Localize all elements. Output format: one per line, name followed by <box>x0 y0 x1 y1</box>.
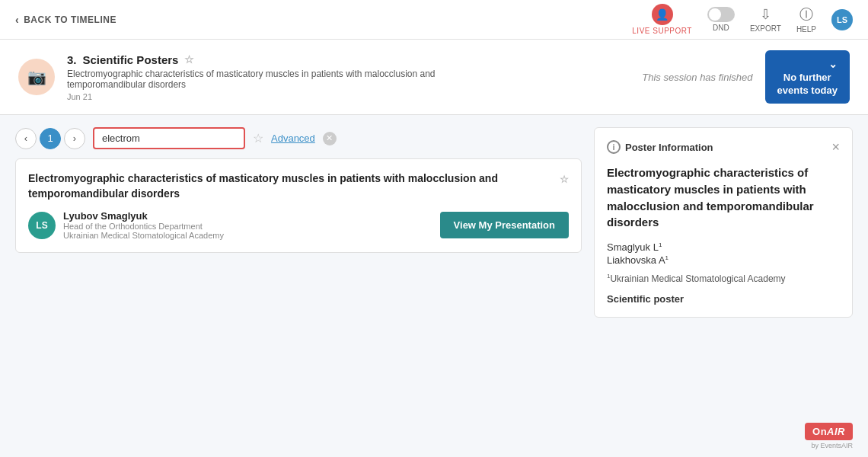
export-icon: ⇩ <box>760 6 771 23</box>
info-card-authors: Smaglyuk L1 Liakhovska A1 <box>607 241 840 267</box>
author1-sup: 1 <box>659 241 662 248</box>
session-category: Scientific Posters <box>83 53 179 66</box>
clear-search-button[interactable]: ✕ <box>323 132 337 145</box>
poster-star-icon[interactable]: ☆ <box>560 173 569 187</box>
back-chevron-icon: ‹ <box>15 14 19 26</box>
session-star-icon[interactable]: ☆ <box>184 53 194 66</box>
session-name: 3. Scientific Posters ☆ <box>67 53 509 66</box>
author2-sup: 1 <box>665 254 669 261</box>
live-support-icon: 👤 <box>652 4 673 25</box>
back-to-timeline-link[interactable]: ‹ BACK TO TIMELINE <box>15 14 116 26</box>
info-card-type: Scientific poster <box>607 293 840 305</box>
session-icon: 📷 <box>18 59 55 95</box>
onair-line2: by EventsAIR <box>805 442 853 449</box>
prev-page-button[interactable]: ‹ <box>15 128 37 149</box>
help-icon: ⓘ <box>799 5 813 24</box>
top-navigation: ‹ BACK TO TIMELINE 👤 LIVE SUPPORT DND ⇩ … <box>0 0 868 40</box>
author-details: Lyubov Smaglyuk Head of the Orthodontics… <box>63 210 224 240</box>
session-finished-text: This session has finished <box>642 72 752 83</box>
search-input[interactable] <box>93 127 245 149</box>
author-affiliation: Ukrainian Medical Stomatological Academy <box>63 231 224 240</box>
branding: OnAIR by EventsAIR <box>805 423 853 449</box>
no-further-line1: No further <box>783 72 831 83</box>
help-action[interactable]: ⓘ HELP <box>796 5 816 34</box>
left-panel: ‹ 1 › ☆ Advanced ✕ Electromyographic cha… <box>15 127 594 457</box>
search-star-icon[interactable]: ☆ <box>253 131 263 145</box>
author-role: Head of the Orthodontics Department <box>63 222 224 231</box>
live-support-label: LIVE SUPPORT <box>632 27 692 35</box>
poster-title-text: Electromyographic characteristics of mas… <box>28 171 555 201</box>
info-icon: i <box>607 140 621 154</box>
session-date: Jun 21 <box>67 92 509 101</box>
export-label: EXPORT <box>750 24 781 33</box>
info-card-author2: Liakhovska A1 <box>607 254 840 266</box>
poster-info-card: i Poster Information × Electromyographic… <box>594 127 853 318</box>
onair-badge: OnAIR <box>805 423 853 440</box>
info-card-author1: Smaglyuk L1 <box>607 241 840 253</box>
dnd-action[interactable]: DND <box>707 7 735 32</box>
poster-card: Electromyographic characteristics of mas… <box>15 158 582 253</box>
author-name: Lyubov Smaglyuk <box>63 210 224 222</box>
poster-card-author-row: LS Lyubov Smaglyuk Head of the Orthodont… <box>28 210 569 240</box>
no-further-events-button[interactable]: ⌄ No further events today <box>765 50 850 104</box>
session-description: Electromyographic characteristics of mas… <box>67 69 509 90</box>
no-further-chevron-icon: ⌄ <box>828 58 838 70</box>
info-card-title-text: Poster Information <box>625 142 713 153</box>
info-card-header: i Poster Information × <box>607 140 840 154</box>
session-number: 3. <box>67 53 77 66</box>
help-label: HELP <box>796 25 816 34</box>
no-further-line2: events today <box>777 85 838 96</box>
dnd-toggle[interactable] <box>707 7 735 22</box>
back-link-label: BACK TO TIMELINE <box>24 14 116 25</box>
author-info: LS Lyubov Smaglyuk Head of the Orthodont… <box>28 210 224 240</box>
pagination-controls: ‹ 1 › <box>15 128 85 149</box>
search-row: ‹ 1 › ☆ Advanced ✕ <box>15 127 582 149</box>
search-input-wrapper <box>93 127 245 149</box>
affiliation-name: Ukrainian Medical Stomatological Academy <box>610 273 785 284</box>
live-support-action[interactable]: 👤 LIVE SUPPORT <box>632 4 692 35</box>
view-presentation-button[interactable]: View My Presentation <box>440 212 569 238</box>
session-header: 📷 3. Scientific Posters ☆ Electromyograp… <box>0 40 868 115</box>
dnd-label: DND <box>713 24 729 32</box>
next-page-button[interactable]: › <box>64 128 85 149</box>
poster-card-title: Electromyographic characteristics of mas… <box>28 171 569 201</box>
export-action[interactable]: ⇩ EXPORT <box>750 6 781 33</box>
user-avatar[interactable]: LS <box>831 9 853 30</box>
session-header-right: This session has finished ⌄ No further e… <box>642 50 850 104</box>
main-content: ‹ 1 › ☆ Advanced ✕ Electromyographic cha… <box>0 115 868 457</box>
onair-line1: OnAIR <box>812 426 845 437</box>
advanced-search-link[interactable]: Advanced <box>271 133 315 144</box>
info-card-affiliation: 1Ukrainian Medical Stomatological Academ… <box>607 273 840 284</box>
right-panel: i Poster Information × Electromyographic… <box>594 127 853 457</box>
author2-name: Liakhovska A <box>607 255 665 267</box>
session-header-left: 📷 3. Scientific Posters ☆ Electromyograp… <box>18 53 509 101</box>
author1-name: Smaglyuk L <box>607 241 659 253</box>
current-page-button[interactable]: 1 <box>40 128 61 149</box>
author-avatar: LS <box>28 212 56 239</box>
nav-actions: 👤 LIVE SUPPORT DND ⇩ EXPORT ⓘ HELP LS <box>632 4 853 35</box>
session-title-block: 3. Scientific Posters ☆ Electromyographi… <box>67 53 509 101</box>
info-card-title-row: i Poster Information <box>607 140 713 154</box>
info-card-poster-title: Electromyographic characteristics of mas… <box>607 165 840 231</box>
info-card-close-button[interactable]: × <box>831 140 840 154</box>
